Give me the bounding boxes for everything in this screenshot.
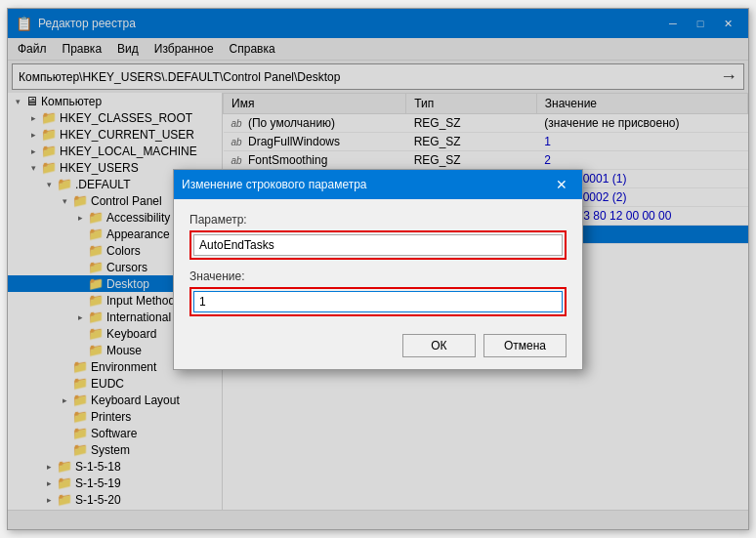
value-input[interactable] <box>193 291 563 312</box>
dialog-close-button[interactable]: ✕ <box>549 176 574 193</box>
dialog-title-bar: Изменение строкового параметра ✕ <box>174 170 582 199</box>
value-label: Значение: <box>189 269 567 283</box>
dialog-body: Параметр: Значение: <box>174 199 582 326</box>
ok-button[interactable]: ОК <box>402 334 476 357</box>
parameter-field-highlight <box>189 230 567 260</box>
parameter-label: Параметр: <box>189 213 567 227</box>
dialog-overlay: Изменение строкового параметра ✕ Парамет… <box>8 9 748 529</box>
dialog-edit-string: Изменение строкового параметра ✕ Парамет… <box>173 169 583 370</box>
dialog-title-text: Изменение строкового параметра <box>182 178 367 191</box>
cancel-button[interactable]: Отмена <box>483 334 567 357</box>
parameter-input[interactable] <box>193 234 563 256</box>
dialog-buttons: ОК Отмена <box>174 326 582 369</box>
value-field-highlight <box>189 287 567 316</box>
